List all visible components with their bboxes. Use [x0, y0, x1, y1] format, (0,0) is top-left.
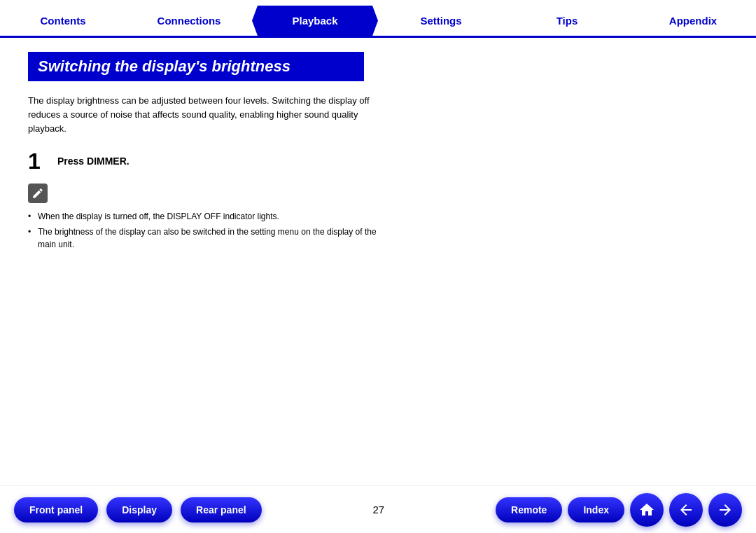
front-panel-button[interactable]: Front panel — [14, 497, 98, 522]
bottom-nav-right: Remote Index — [496, 493, 742, 527]
arrow-left-icon — [678, 501, 694, 518]
pencil-icon — [31, 187, 44, 200]
note-item-1: When the display is turned off, the DISP… — [28, 210, 392, 223]
bottom-center: 27 — [366, 504, 392, 515]
rear-panel-button[interactable]: Rear panel — [181, 497, 262, 522]
page-number: 27 — [373, 504, 385, 515]
page-title: Switching the display's brightness — [28, 52, 364, 81]
bottom-nav: Front panel Display Rear panel 27 Remote… — [0, 485, 756, 533]
note-icon — [28, 184, 48, 203]
tab-appendix[interactable]: Appendix — [630, 6, 756, 36]
forward-button[interactable] — [708, 493, 742, 527]
display-button[interactable]: Display — [106, 497, 172, 522]
bottom-nav-left: Front panel Display Rear panel — [14, 497, 262, 522]
tab-contents[interactable]: Contents — [0, 6, 126, 36]
main-content: Switching the display's brightness The d… — [0, 38, 756, 268]
tab-settings[interactable]: Settings — [378, 6, 504, 36]
step-number: 1 — [28, 150, 49, 172]
tab-playback[interactable]: Playback — [252, 6, 378, 36]
index-button[interactable]: Index — [568, 497, 624, 522]
tab-connections[interactable]: Connections — [126, 6, 252, 36]
top-nav: Contents Connections Playback Settings T… — [0, 0, 756, 38]
home-button[interactable] — [630, 493, 664, 527]
remote-button[interactable]: Remote — [496, 497, 562, 522]
step-1: 1 Press DIMMER. — [28, 150, 728, 172]
step-instruction: Press DIMMER. — [57, 150, 130, 167]
note-item-2: The brightness of the display can also b… — [28, 226, 392, 251]
notes-list: When the display is turned off, the DISP… — [28, 210, 392, 251]
description-text: The display brightness can be adjusted b… — [28, 94, 392, 136]
arrow-right-icon — [717, 501, 734, 518]
home-icon — [638, 501, 655, 518]
tab-tips[interactable]: Tips — [504, 6, 630, 36]
back-button[interactable] — [669, 493, 703, 527]
